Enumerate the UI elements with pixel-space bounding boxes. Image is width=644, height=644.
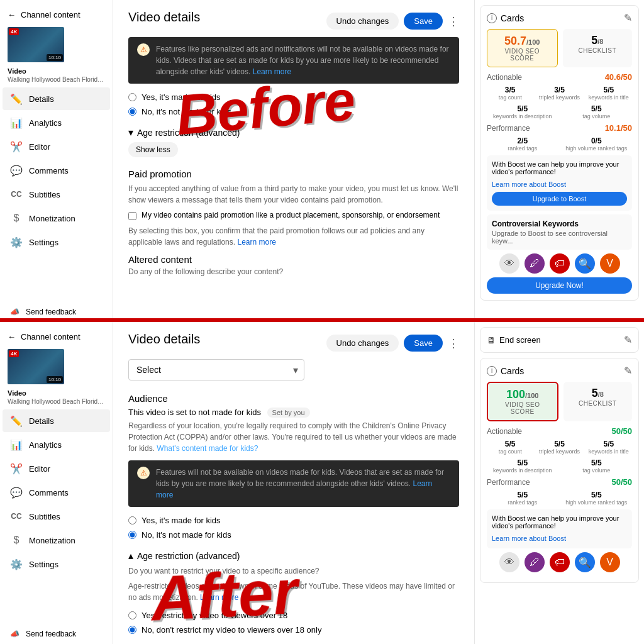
- details-label-bottom: Details: [29, 416, 54, 426]
- show-less-button[interactable]: Show less: [128, 142, 178, 157]
- monetization-label: Monetization: [29, 214, 75, 223]
- chevron-down-icon: ▾: [128, 126, 133, 138]
- yes-restrict-option[interactable]: Yes, restrict my video to viewers over 1…: [128, 608, 459, 623]
- send-feedback-label: Send feedback: [26, 308, 76, 316]
- high-vol-tags-item: 0/5 high volume ranked tags: [561, 136, 633, 152]
- comments-icon-bottom: 💬: [10, 486, 23, 499]
- sidebar-item-subtitles-bottom[interactable]: CC Subtitles: [3, 505, 110, 528]
- checklist-label: CHECKLIST: [568, 47, 628, 54]
- boost-link-bottom[interactable]: Learn more about Boost: [492, 535, 566, 542]
- sidebar-item-editor-bottom[interactable]: ✂️ Editor: [3, 457, 110, 480]
- tool-icon-row-bottom: 👁 🖊 🏷 🔍 V: [487, 552, 632, 572]
- send-feedback-button[interactable]: 📣 Send feedback: [3, 303, 110, 321]
- save-button-bottom[interactable]: Save: [404, 335, 443, 352]
- sidebar-item-monetization[interactable]: $ Monetization: [3, 207, 110, 230]
- brush-icon[interactable]: 🖊: [525, 253, 545, 274]
- actionable-row-bottom: Actionable 50/50: [487, 426, 632, 436]
- sidebar-item-settings-bottom[interactable]: ⚙️ Settings: [3, 553, 110, 575]
- sidebar-item-settings[interactable]: ⚙️ Settings: [3, 231, 110, 253]
- sidebar-item-subtitles[interactable]: CC Subtitles: [3, 183, 110, 206]
- paid-promo-checkbox-row[interactable]: My video contains paid promotion like a …: [128, 211, 459, 220]
- eye-icon[interactable]: 👁: [499, 253, 519, 274]
- yes-kids-option-bottom[interactable]: Yes, it's made for kids: [128, 513, 459, 528]
- top-bar-actions: Undo changes Save ⋮: [326, 13, 459, 30]
- no-kids-option-bottom[interactable]: No, it's not made for kids: [128, 528, 459, 542]
- cards-title-bottom: i Cards: [487, 366, 524, 376]
- tag-icon-bottom[interactable]: 🏷: [550, 552, 570, 572]
- age-restriction-header[interactable]: ▾ Age restriction (advanced): [128, 126, 459, 138]
- upgrade-to-boost-button[interactable]: Upgrade to Boost: [492, 192, 627, 206]
- editor-label: Editor: [29, 142, 50, 152]
- kids-warning-box-bottom: ⚠ Features will not be available on vide…: [128, 460, 459, 507]
- end-screen-edit-button[interactable]: ✎: [624, 334, 632, 346]
- age-restrict-link[interactable]: Learn more: [200, 593, 238, 602]
- video-name-label: Walking Hollywood Beach Florida 4...: [0, 76, 113, 87]
- feedback-icon-bottom: 📣: [10, 630, 19, 638]
- yes-kids-option[interactable]: Yes, it's made for kids: [128, 90, 459, 104]
- no-restrict-label: No, don't restrict my video to viewers o…: [142, 625, 321, 635]
- boost-text: With Boost we can help you improve your …: [492, 160, 627, 175]
- age-restriction-label-bottom: Age restriction (advanced): [137, 551, 240, 561]
- altered-text: Do any of the following describe your co…: [128, 267, 459, 276]
- cards-edit-button-bottom[interactable]: ✎: [624, 365, 632, 377]
- vidiq-icon-bottom[interactable]: V: [600, 552, 620, 572]
- upgrade-now-button[interactable]: Upgrade Now!: [487, 277, 632, 294]
- kids-radio-group-bottom: Yes, it's made for kids No, it's not mad…: [128, 513, 459, 542]
- performance-label-bottom: Performance: [487, 478, 530, 487]
- monetization-icon-bottom: $: [10, 534, 23, 547]
- cards-edit-button[interactable]: ✎: [624, 12, 632, 24]
- undo-changes-button-bottom[interactable]: Undo changes: [326, 335, 399, 352]
- sidebar-item-details-bottom[interactable]: ✏️ Details: [3, 409, 110, 432]
- more-options-button[interactable]: ⋮: [448, 14, 459, 28]
- brush-icon-bottom[interactable]: 🖊: [525, 552, 545, 572]
- details-icon-bottom: ✏️: [10, 414, 23, 427]
- tag-count-item: 3/5 tag count: [487, 86, 533, 101]
- controversial-text: Upgrade to Boost to see controversial ke…: [492, 230, 627, 245]
- no-kids-label-bottom: No, it's not made for kids: [142, 530, 231, 540]
- save-button[interactable]: Save: [404, 13, 443, 30]
- thumb-badge-bottom: 4K: [9, 350, 19, 357]
- score-grid-bottom: 100/100 VIDIQ SEO SCORE 5/8 CHECKLIST: [487, 382, 632, 421]
- sidebar-item-analytics[interactable]: 📊 Analytics: [3, 111, 110, 134]
- age-restrict-question: Do you want to restrict your video to a …: [128, 565, 459, 577]
- tag-icon[interactable]: 🏷: [550, 253, 570, 274]
- info-icon-bottom: i: [487, 366, 497, 376]
- no-kids-option[interactable]: No, it's not made for kids: [128, 104, 459, 119]
- sub-scores-2col-bottom: 5/5 keywords in description 5/5 tag volu…: [487, 458, 632, 474]
- eye-icon-bottom[interactable]: 👁: [499, 552, 519, 572]
- boost-link[interactable]: Learn more about Boost: [492, 180, 566, 188]
- cards-header: i Cards ✎: [487, 12, 632, 24]
- sidebar-item-comments-bottom[interactable]: 💬 Comments: [3, 481, 110, 504]
- sidebar-item-editor[interactable]: ✂️ Editor: [3, 135, 110, 158]
- paid-promo-checkbox[interactable]: [128, 212, 136, 220]
- sidebar-item-analytics-bottom[interactable]: 📊 Analytics: [3, 433, 110, 456]
- more-options-button-bottom[interactable]: ⋮: [448, 336, 459, 350]
- video-thumbnail-bottom: 4K 10:10: [8, 349, 64, 384]
- kw-in-title-item: 5/5 keywords in title: [586, 86, 632, 101]
- video-name-label-bottom: Walking Hollywood Beach Florida 4...: [0, 398, 113, 409]
- sidebar-item-monetization-bottom[interactable]: $ Monetization: [3, 529, 110, 552]
- video-thumbnail: 4K 10:10: [8, 27, 64, 62]
- vidiq-score-box-bottom: 100/100 VIDIQ SEO SCORE: [487, 382, 558, 421]
- sidebar-item-comments[interactable]: 💬 Comments: [3, 159, 110, 182]
- feedback-icon: 📣: [10, 308, 19, 316]
- warning-icon-bottom: ⚠: [137, 467, 150, 479]
- search-icon[interactable]: 🔍: [575, 253, 595, 274]
- vidiq-icon[interactable]: V: [600, 253, 620, 274]
- send-feedback-button-bottom[interactable]: 📣 Send feedback: [3, 625, 110, 643]
- learn-more-policy-link[interactable]: Learn more: [237, 238, 275, 247]
- thumb-duration-bottom: 10:10: [47, 376, 63, 383]
- kids-warning-box: ⚠ Features like personalized ads and not…: [128, 37, 459, 84]
- kids-content-link[interactable]: What's content made for kids?: [157, 444, 258, 453]
- sidebar-item-details[interactable]: ✏️ Details: [3, 87, 110, 110]
- back-button[interactable]: ← Channel content: [0, 5, 113, 25]
- select-dropdown[interactable]: Select: [128, 359, 304, 380]
- editor-label-bottom: Editor: [29, 464, 50, 474]
- no-restrict-option[interactable]: No, don't restrict my video to viewers o…: [128, 623, 459, 637]
- performance-label: Performance: [487, 124, 530, 133]
- back-button-bottom[interactable]: ← Channel content: [0, 327, 113, 347]
- search-icon-bottom[interactable]: 🔍: [575, 552, 595, 572]
- undo-changes-button[interactable]: Undo changes: [326, 13, 399, 30]
- age-restriction-header-bottom[interactable]: ▴ Age restriction (advanced): [128, 550, 459, 562]
- learn-more-link[interactable]: Learn more: [253, 67, 291, 76]
